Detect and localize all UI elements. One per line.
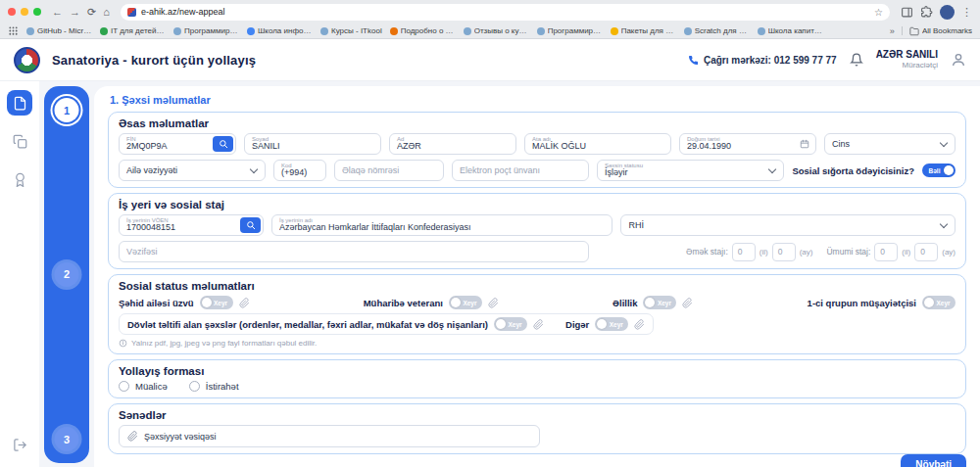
- paperclip-icon[interactable]: [634, 319, 645, 330]
- back-icon[interactable]: ←: [52, 7, 63, 18]
- all-bookmarks-label: All Bookmarks: [922, 26, 972, 35]
- position-input[interactable]: Vəzifəsi: [119, 241, 589, 262]
- fin-field[interactable]: FİN 2MQ0P9A: [119, 133, 236, 155]
- browser-profile-avatar[interactable]: [940, 5, 955, 20]
- bookmark-item[interactable]: Scratch для юных...: [684, 26, 750, 35]
- group1-companion-toggle[interactable]: Xeyr: [922, 296, 956, 309]
- bookmark-favicon: [758, 27, 765, 35]
- minimize-window-button[interactable]: [21, 8, 28, 16]
- all-bookmarks-button[interactable]: All Bookmarks: [909, 26, 972, 36]
- phone-input[interactable]: Əlaqə nömrəsi: [334, 160, 444, 181]
- bookmark-item[interactable]: Отзывы о курсе: [464, 26, 529, 35]
- paperclip-icon[interactable]: [488, 298, 499, 308]
- file-format-note: Yalnız pdf, jpg, jpeg və png fayl format…: [119, 339, 956, 348]
- toggle-knob: [202, 298, 212, 307]
- chevron-down-icon: [941, 223, 947, 227]
- bell-icon[interactable]: [850, 53, 863, 67]
- father-name-field[interactable]: Ata adı MALİK OĞLU: [524, 133, 671, 155]
- paperclip-icon[interactable]: [533, 319, 544, 330]
- referral-form-title: Yollayış forması: [119, 365, 956, 377]
- side-panel-icon[interactable]: [901, 6, 913, 19]
- step-3[interactable]: 3: [55, 427, 79, 451]
- bookmark-item[interactable]: Программирован...: [537, 26, 603, 35]
- close-window-button[interactable]: [8, 8, 16, 16]
- voen-field[interactable]: İş yerinin VÖEN 1700048151: [119, 214, 264, 236]
- person-icon[interactable]: [951, 52, 966, 68]
- paperclip-icon[interactable]: [682, 298, 693, 308]
- martyr-family-toggle[interactable]: Xeyr: [200, 296, 233, 309]
- calendar-icon[interactable]: [800, 139, 809, 149]
- work-card-title: İş yeri və sosial staj: [119, 199, 956, 210]
- work-experience-months-input[interactable]: 0: [772, 243, 796, 261]
- radio-rest[interactable]: İstirahət: [189, 381, 239, 392]
- rhi-select[interactable]: RHİ: [620, 214, 956, 236]
- browser-chrome: ← → ⟳ ⌂ e-ahik.az/new-appeal ☆ ⋮ GitHub …: [0, 0, 980, 39]
- gender-select[interactable]: Cins: [824, 133, 956, 155]
- months-unit: (ay): [800, 248, 813, 257]
- total-experience-years-input[interactable]: 0: [874, 243, 898, 261]
- paperclip-icon: [127, 431, 138, 442]
- disability-toggle[interactable]: Xeyr: [643, 296, 676, 309]
- social-insurance-toggle[interactable]: Bəli: [922, 163, 956, 177]
- window-controls[interactable]: [8, 8, 41, 16]
- radio-treatment[interactable]: Müalicə: [119, 381, 168, 392]
- bookmark-label: Подробно о прог...: [401, 26, 456, 35]
- item-label: 1-ci qrupun müşayiətçisi: [808, 298, 916, 308]
- bookmark-item[interactable]: Программирован...: [173, 26, 239, 35]
- bookmark-label: GitHub - Microsoft...: [37, 26, 92, 35]
- bookmark-item[interactable]: Школа капитана Г...: [758, 26, 823, 35]
- name-field[interactable]: Ad AZƏR: [389, 133, 516, 155]
- extensions-icon[interactable]: [920, 6, 933, 19]
- bookmark-item[interactable]: GitHub - Microsoft...: [26, 26, 92, 35]
- bookmark-item[interactable]: Школа информац...: [247, 26, 313, 35]
- social-status-item: Şəhid ailəsi üzvü Xeyr: [119, 296, 250, 309]
- identity-document-upload[interactable]: Şəxsiyyət vəsiqəsi: [119, 425, 540, 447]
- maximize-window-button[interactable]: [33, 8, 41, 16]
- sidebar-item-copies[interactable]: [7, 128, 32, 154]
- employment-status-select[interactable]: Şəxsin statusu İşləyir: [597, 160, 784, 181]
- toggle-knob: [924, 298, 934, 307]
- browser-menu-icon[interactable]: ⋮: [961, 7, 972, 18]
- address-bar[interactable]: e-ahik.az/new-appeal ☆: [121, 4, 890, 21]
- item-label: Müharibə veteranı: [364, 298, 443, 308]
- bookmark-label: Отзывы о курсе: [474, 26, 529, 35]
- user-info[interactable]: AZƏR SANILI Müraciətçi: [876, 49, 938, 70]
- paperclip-icon[interactable]: [239, 298, 250, 308]
- workplace-field[interactable]: İş yerinin adı Azərbaycan Həmkarlar İtti…: [271, 214, 612, 236]
- marital-status-select[interactable]: Ailə vəziyyəti: [119, 160, 266, 181]
- ahik-logo[interactable]: [14, 47, 40, 73]
- next-button[interactable]: Növbəti: [901, 454, 966, 467]
- bookmark-item[interactable]: Пакеты для Учите...: [611, 26, 676, 35]
- call-center-text: Çağrı mərkəzi: 012 599 77 77: [704, 55, 837, 66]
- war-veteran-toggle[interactable]: Xeyr: [449, 296, 482, 309]
- other-toggle[interactable]: Xeyr: [595, 317, 628, 331]
- bookmark-item[interactable]: Подробно о прог...: [390, 26, 456, 35]
- total-experience-months-input[interactable]: 0: [914, 243, 938, 261]
- bookmark-item[interactable]: Курсы - ITkool: [320, 26, 382, 35]
- work-experience-years-input[interactable]: 0: [732, 243, 756, 261]
- step-1[interactable]: 1: [55, 98, 79, 122]
- home-icon[interactable]: ⌂: [103, 7, 110, 18]
- bookmark-item[interactable]: IT для детей: обз...: [100, 26, 166, 35]
- name-value: AZƏR: [397, 141, 509, 151]
- social-status-item: Əlillik Xeyr: [612, 296, 693, 309]
- logout-button[interactable]: [7, 432, 32, 457]
- step-2[interactable]: 2: [55, 262, 79, 287]
- sidebar-item-services[interactable]: [7, 166, 32, 192]
- apps-grid-icon[interactable]: [8, 25, 19, 36]
- fin-search-button[interactable]: [213, 136, 233, 152]
- sidebar-item-appeals[interactable]: [7, 90, 32, 116]
- state-award-toggle[interactable]: Xeyr: [494, 317, 527, 331]
- bookmark-star-icon[interactable]: ☆: [874, 7, 883, 18]
- documents-title: Sənədlər: [119, 409, 956, 421]
- email-input[interactable]: Elektron poçt ünvanı: [452, 160, 589, 181]
- referral-form-card: Yollayış forması Müalicə İstirahət: [108, 359, 966, 398]
- documents-card: Sənədlər Şəxsiyyət vəsiqəsi: [108, 403, 966, 454]
- reload-icon[interactable]: ⟳: [87, 7, 96, 18]
- birth-date-field[interactable]: Doğum tarixi 29.04.1990: [679, 133, 816, 155]
- surname-field[interactable]: Soyad SANILI: [244, 133, 381, 155]
- bookmarks-overflow-chevron[interactable]: »: [890, 26, 895, 36]
- forward-icon[interactable]: →: [70, 7, 80, 18]
- phone-code-field[interactable]: Kod (+994): [273, 160, 326, 181]
- voen-search-button[interactable]: [240, 217, 261, 233]
